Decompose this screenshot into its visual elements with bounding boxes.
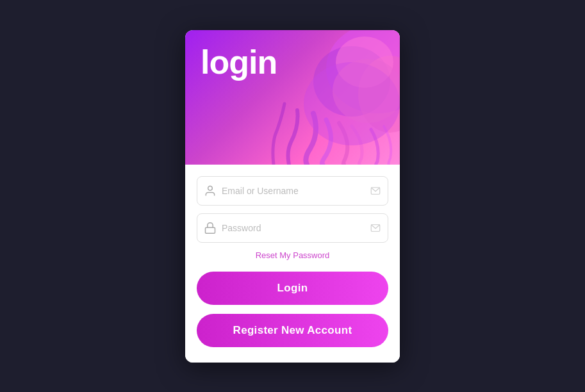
password-input[interactable] <box>222 223 370 233</box>
email-input-group <box>197 176 388 206</box>
card-body: Reset My Password Login Register New Acc… <box>185 165 400 363</box>
lock-icon <box>204 222 217 234</box>
user-icon <box>204 184 217 197</box>
login-button[interactable]: Login <box>197 272 388 305</box>
reset-password-link[interactable]: Reset My Password <box>197 250 388 260</box>
password-right-icon <box>370 222 381 234</box>
svg-point-5 <box>333 59 400 123</box>
svg-point-6 <box>208 186 213 190</box>
email-input[interactable] <box>222 186 370 196</box>
password-input-group <box>197 213 388 243</box>
card-header: login <box>185 30 400 165</box>
register-button[interactable]: Register New Account <box>197 314 388 347</box>
email-right-icon <box>370 185 381 197</box>
login-card: login <box>185 30 400 363</box>
svg-rect-8 <box>206 227 215 233</box>
page-title: login <box>201 43 277 81</box>
